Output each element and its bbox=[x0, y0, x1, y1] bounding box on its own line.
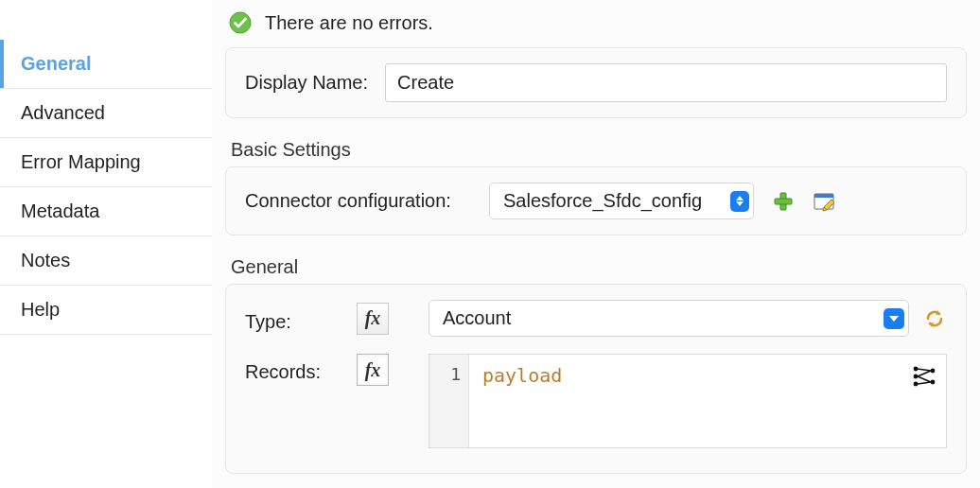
svg-rect-2 bbox=[775, 199, 792, 204]
general-panel: Type: fx Account bbox=[225, 284, 967, 474]
connector-config-label: Connector configuration: bbox=[245, 190, 472, 212]
basic-settings-heading: Basic Settings bbox=[231, 139, 961, 161]
type-select[interactable]: Account bbox=[429, 300, 909, 337]
success-icon bbox=[229, 11, 252, 34]
type-expression-button[interactable]: fx bbox=[357, 303, 389, 335]
basic-settings-panel: Connector configuration: Salesforce_Sfdc… bbox=[225, 166, 967, 235]
tab-label: Metadata bbox=[21, 200, 99, 221]
connector-config-value: Salesforce_Sfdc_config bbox=[503, 190, 713, 212]
settings-tabs: General Advanced Error Mapping Metadata … bbox=[0, 0, 212, 488]
type-label: Type: bbox=[245, 304, 340, 333]
records-label: Records: bbox=[245, 354, 340, 383]
tab-advanced[interactable]: Advanced bbox=[0, 88, 212, 137]
tab-error-mapping[interactable]: Error Mapping bbox=[0, 137, 212, 186]
tab-notes[interactable]: Notes bbox=[0, 235, 212, 285]
tab-label: Notes bbox=[21, 250, 70, 270]
display-name-label: Display Name: bbox=[245, 72, 368, 94]
stepper-icon bbox=[730, 191, 749, 212]
general-heading: General bbox=[231, 256, 961, 278]
svg-rect-4 bbox=[814, 194, 833, 198]
validation-status: There are no errors. bbox=[225, 6, 967, 47]
refresh-metadata-button[interactable] bbox=[922, 306, 947, 331]
svg-point-5 bbox=[914, 367, 919, 372]
edit-connector-button[interactable] bbox=[813, 189, 837, 214]
status-message: There are no errors. bbox=[265, 12, 433, 34]
svg-point-8 bbox=[931, 369, 936, 374]
add-connector-button[interactable] bbox=[771, 189, 796, 214]
svg-point-9 bbox=[931, 380, 936, 385]
tab-general[interactable]: General bbox=[0, 40, 212, 88]
line-number: 1 bbox=[429, 364, 461, 384]
configuration-panel: General Advanced Error Mapping Metadata … bbox=[0, 0, 980, 488]
chevron-down-icon bbox=[884, 308, 904, 329]
main-content: There are no errors. Display Name: Basic… bbox=[212, 0, 980, 488]
open-mapping-button[interactable] bbox=[912, 364, 936, 389]
svg-point-6 bbox=[914, 375, 919, 379]
type-value: Account bbox=[443, 307, 511, 328]
tab-metadata[interactable]: Metadata bbox=[0, 186, 212, 235]
tab-label: General bbox=[21, 53, 91, 74]
tab-label: Error Mapping bbox=[21, 151, 141, 172]
display-name-panel: Display Name: bbox=[225, 47, 967, 118]
records-expression-editor[interactable]: 1 payload bbox=[429, 354, 947, 448]
tab-help[interactable]: Help bbox=[0, 285, 212, 335]
connector-config-select[interactable]: Salesforce_Sfdc_config bbox=[489, 183, 754, 219]
tab-label: Advanced bbox=[21, 102, 105, 123]
tab-label: Help bbox=[21, 299, 60, 320]
display-name-input[interactable] bbox=[385, 63, 947, 102]
editor-gutter: 1 bbox=[429, 355, 469, 447]
records-expression-button[interactable]: fx bbox=[357, 354, 389, 386]
svg-point-7 bbox=[914, 382, 919, 387]
editor-content[interactable]: payload bbox=[469, 355, 946, 447]
